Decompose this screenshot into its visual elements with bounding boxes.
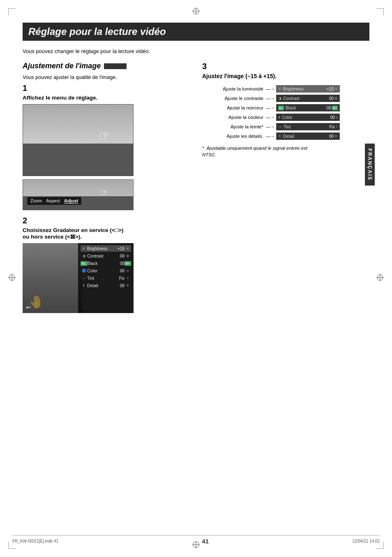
two-column-layout: Ajustement de l'image Vous pouvez ajuste…	[23, 62, 369, 319]
adj-black-adj-icon: B+	[332, 106, 338, 110]
page-title: Réglage pour la lecture vidéo	[28, 26, 364, 37]
col-left: Ajustement de l'image Vous pouvez ajuste…	[23, 62, 190, 319]
adj-row-contrast: Ajuste le contraste —→ ◑ Contrast 00 ⊕	[214, 95, 369, 102]
screenshot-menu: 🤚 ✳ Brightness +15 ✳ ◑ Contrast	[23, 243, 134, 313]
adj-item-contrast: ◑ Contrast 00 ⊕	[276, 95, 340, 102]
zoom-option[interactable]: Zoom	[30, 198, 42, 204]
menu-row-brightness: ✳ Brightness +15 ✳	[81, 245, 131, 252]
adj-row-black: Ajuste la noirceur —→ BL Black 00 B+	[214, 104, 369, 111]
adj-label-contrast: Ajuste le contraste	[214, 96, 266, 101]
adj-label-detail: Ajuste les détails.	[214, 134, 266, 139]
adj-arrow-brightness: —→	[266, 86, 275, 91]
adj-color-icon: ●	[278, 115, 280, 119]
black-icon: BL	[81, 261, 87, 266]
francais-side-label: FRANÇAIS	[365, 144, 375, 186]
file-info: FR_KW-NSX1[E].indb 41	[12, 539, 58, 543]
bottom-bar: FR_KW-NSX1[E].indb 41 41 12/04/21 14:02	[12, 535, 380, 545]
black-adj-icon: B+	[125, 261, 131, 266]
adj-detail-icon: ✳	[278, 134, 281, 138]
adj-item-brightness: ✳ Brightness +15 ✳	[276, 85, 340, 93]
section-sub-text: Vous pouvez ajuster la qualité de l'imag…	[23, 74, 190, 80]
adj-row-color: Ajuste la couleur —→ ● Color 00 ±	[214, 114, 369, 121]
corner-mark-tl	[8, 8, 16, 16]
step2-label: Choisissez Gradateur en service (<□>)ou …	[23, 227, 190, 240]
person-silhouette: 🤚	[29, 295, 44, 309]
hand-cursor-icon: ☞	[98, 127, 111, 144]
step1-number: 1	[23, 84, 190, 93]
sky-bg	[23, 104, 133, 144]
step2-number: 2	[23, 216, 190, 225]
menu-row-detail: ✳ Detail 00 ✳	[81, 282, 131, 289]
adj-brightness-icon: ✳	[278, 87, 281, 91]
heading-bar	[104, 63, 127, 69]
step3-label: Ajustez l'image (–15 à +15).	[202, 73, 369, 79]
footnote-text: Ajustable uniquement quand le signal ent…	[202, 146, 307, 157]
brightness-icon: ✳	[81, 246, 87, 251]
section-title: Ajustement de l'image	[23, 62, 101, 70]
color-adj-icon: ±	[125, 269, 131, 273]
zoombar-sky	[23, 180, 133, 196]
adj-black-icon: BL	[278, 106, 284, 110]
adj-tint-adj-icon: +	[336, 125, 338, 129]
reg-cross-top	[191, 7, 201, 17]
adj-detail-adj-icon: ✳	[334, 134, 338, 138]
adj-arrow-color: —→	[266, 115, 275, 120]
adj-arrow-detail: —→	[266, 134, 275, 139]
step3-number: 3	[202, 62, 369, 71]
adj-row-tint: Ajuste la teinte* —→ — Tint Fix +	[214, 123, 369, 130]
reg-cross-left	[7, 273, 16, 284]
corner-mark-tr	[376, 8, 384, 16]
zoom-menu-bar: Zoom Aspect Adjust	[27, 197, 81, 205]
adj-row-brightness: Ajuste la luminosité —→ ✳ Brightness +15…	[214, 85, 369, 93]
adj-arrow-black: —→	[266, 105, 275, 110]
hand-cursor2-icon: ☞	[99, 186, 108, 199]
main-content: Réglage pour la lecture vidéo Vous pouve…	[23, 23, 369, 534]
contrast-adj-icon: ⊕	[125, 254, 131, 258]
tint-adj-icon: +	[125, 276, 131, 280]
step1-label: Affichez le menu de réglage.	[23, 95, 190, 101]
menu-row-color: 🔵 Color 00 ±	[81, 267, 131, 274]
step1-block: 1 Affichez le menu de réglage. ☞ Zo	[23, 84, 190, 210]
color-icon: 🔵	[81, 269, 87, 273]
intro-text: Vous pouvez changer le réglage pour la l…	[23, 48, 369, 54]
col-right: 3 Ajustez l'image (–15 à +15). Ajuste la…	[202, 62, 369, 319]
adj-label-black: Ajuste la noirceur	[214, 105, 266, 110]
reg-cross-right	[376, 273, 385, 284]
footnote: * Ajustable uniquement quand le signal e…	[202, 145, 317, 158]
adj-arrow-contrast: —→	[266, 96, 275, 101]
adj-row-detail: Ajuste les détails. —→ ✳ Detail 00 ✳	[214, 132, 369, 140]
aspect-option[interactable]: Aspect	[46, 198, 60, 204]
tint-icon: —	[81, 276, 87, 280]
page-title-banner: Réglage pour la lecture vidéo	[23, 23, 369, 41]
screenshot-camera: ☞	[23, 104, 134, 176]
contrast-icon: ◑	[81, 254, 87, 258]
adj-brightness-adj-icon: ✳	[334, 87, 338, 91]
brightness-adj-icon: ✳	[125, 246, 131, 251]
step2-block: 2 Choisissez Gradateur en service (<□>)o…	[23, 216, 190, 313]
adj-item-black: BL Black 00 B+	[276, 104, 340, 111]
adj-item-color: ● Color 00 ±	[276, 114, 340, 121]
adjustment-diagram: Ajuste la luminosité —→ ✳ Brightness +15…	[214, 85, 369, 140]
adj-arrow-tint: —→	[266, 124, 275, 129]
adj-label-brightness: Ajuste la luminosité	[214, 86, 266, 91]
detail-adj-icon: ✳	[125, 283, 131, 288]
menu-row-tint: — Tint Fix +	[81, 275, 131, 281]
adjust-option[interactable]: Adjust	[64, 198, 78, 204]
date-info: 12/04/21 14:02	[352, 539, 380, 543]
adj-label-tint: Ajuste la teinte*	[214, 124, 266, 129]
ground-bg	[23, 144, 133, 176]
section-heading: Ajustement de l'image	[23, 62, 190, 70]
detail-icon: ✳	[81, 283, 87, 288]
adj-item-detail: ✳ Detail 00 ✳	[276, 132, 340, 140]
menu-bg-scene: 🤚	[23, 243, 82, 313]
back-arrow-icon: ↩	[26, 304, 31, 311]
page-number: 41	[202, 538, 209, 545]
adj-contrast-adj-icon: ⊕	[334, 96, 338, 100]
screenshot-zoombar: Zoom Aspect Adjust ☞	[23, 179, 134, 210]
adj-color-adj-icon: ±	[336, 115, 338, 119]
adj-contrast-icon: ◑	[278, 96, 281, 100]
menu-row-black: BL Black 00 B+	[81, 260, 131, 267]
footnote-symbol: *	[202, 146, 204, 151]
menu-overlay: ✳ Brightness +15 ✳ ◑ Contrast 00 ⊕ B	[78, 243, 134, 313]
adj-label-color: Ajuste la couleur	[214, 115, 266, 120]
